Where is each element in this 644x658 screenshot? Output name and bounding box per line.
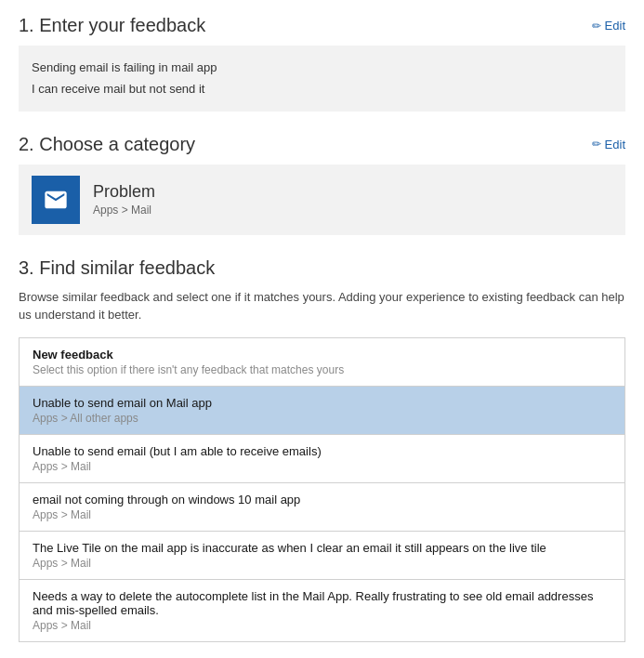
feedback-item-title: New feedback (33, 348, 611, 362)
section1-title: 1. Enter your feedback (19, 15, 205, 36)
category-info: Problem Apps > Mail (93, 182, 155, 217)
section1-edit-link[interactable]: ✏ Edit (592, 19, 625, 33)
mail-icon (43, 187, 69, 213)
feedback-item-title: Needs a way to delete the autocomplete l… (33, 589, 611, 617)
section1-header: 1. Enter your feedback ✏ Edit (19, 15, 625, 36)
feedback-item-subtitle: Apps > All other apps (33, 412, 611, 425)
section2-title: 2. Choose a category (19, 134, 195, 155)
feedback-item-subtitle: Select this option if there isn't any fe… (33, 363, 611, 376)
feedback-item-subtitle: Apps > Mail (33, 460, 611, 473)
feedback-item[interactable]: Unable to send email on Mail appApps > A… (20, 387, 624, 435)
feedback-item[interactable]: Needs a way to delete the autocomplete l… (20, 580, 624, 641)
category-icon-box (32, 176, 80, 224)
feedback-item-subtitle: Apps > Mail (33, 619, 611, 632)
feedback-item[interactable]: New feedbackSelect this option if there … (20, 338, 624, 387)
section1-feedback-box: Sending email is failing in mail app I c… (19, 46, 625, 112)
feedback-item-title: The Live Tile on the mail app is inaccur… (33, 541, 611, 555)
feedback-item-subtitle: Apps > Mail (33, 508, 611, 521)
category-name: Problem (93, 182, 155, 202)
section3-title: 3. Find similar feedback (19, 257, 625, 279)
feedback-list: New feedbackSelect this option if there … (19, 337, 625, 642)
category-box: Problem Apps > Mail (19, 164, 625, 235)
feedback-item-title: email not coming through on windows 10 m… (33, 493, 611, 507)
feedback-item[interactable]: email not coming through on windows 10 m… (20, 483, 624, 532)
feedback-line-1: Sending email is failing in mail app (32, 57, 612, 78)
feedback-item[interactable]: Unable to send email (but I am able to r… (20, 435, 624, 483)
section1-edit-label: Edit (605, 19, 625, 33)
section2-edit-label: Edit (605, 138, 625, 151)
feedback-item-subtitle: Apps > Mail (33, 557, 611, 570)
browse-text: Browse similar feedback and select one i… (19, 288, 625, 324)
feedback-list-wrapper: New feedbackSelect this option if there … (19, 337, 625, 642)
feedback-item-title: Unable to send email on Mail app (33, 396, 611, 410)
feedback-item-title: Unable to send email (but I am able to r… (33, 444, 611, 458)
feedback-item[interactable]: The Live Tile on the mail app is inaccur… (20, 532, 624, 580)
edit-pencil-icon-2: ✏ (592, 138, 601, 151)
section2-edit-link[interactable]: ✏ Edit (592, 138, 625, 151)
category-path: Apps > Mail (93, 204, 155, 217)
edit-pencil-icon: ✏ (592, 20, 601, 33)
section2-header: 2. Choose a category ✏ Edit (19, 134, 625, 155)
feedback-line-2: I can receive mail but not send it (32, 78, 612, 99)
